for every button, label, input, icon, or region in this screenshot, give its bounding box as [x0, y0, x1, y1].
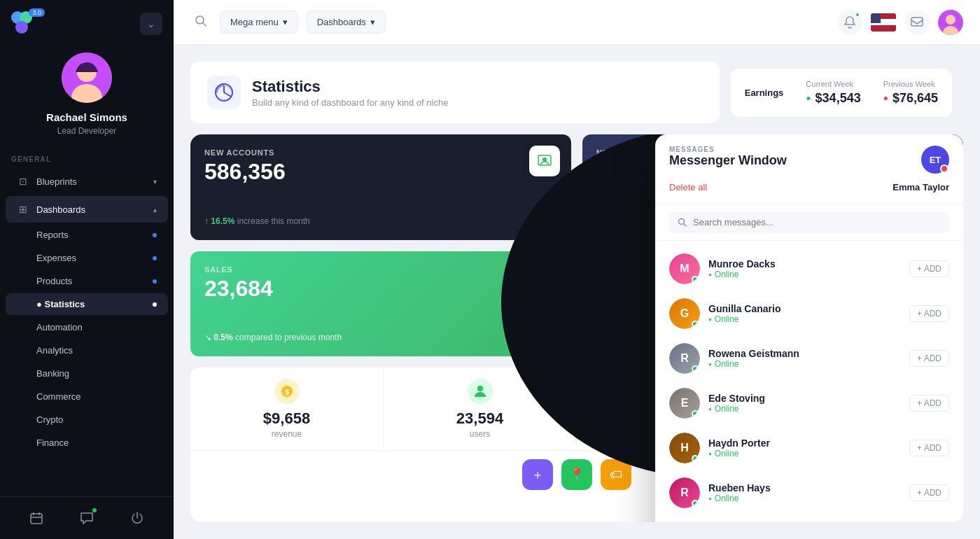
contact-info: Rueben Hays Online	[708, 482, 901, 503]
page-header-icon	[207, 76, 241, 109]
power-icon-btn[interactable]	[125, 505, 150, 531]
sidebar-item-blueprints[interactable]: ⊡ Blueprints ▾	[6, 168, 168, 195]
chevron-down-icon: ▾	[153, 178, 157, 186]
contact-ede-stoving[interactable]: E Ede Stoving Online + ADD	[655, 381, 963, 426]
add-contact-button[interactable]: + ADD	[909, 305, 949, 322]
contact-munroe-dacks[interactable]: M Munroe Dacks Online + ADD	[655, 246, 963, 291]
topbar: Mega menu ▾ Dashboards ▾	[174, 0, 980, 45]
messenger-title-area: MESSAGES Messenger Window	[669, 146, 787, 168]
add-contact-button[interactable]: + ADD	[909, 260, 949, 277]
dashboards-chevron-icon: ▾	[370, 17, 375, 27]
mega-menu-button[interactable]: Mega menu ▾	[220, 10, 298, 34]
new-accounts-change: ↑ 16.5% increase this month	[204, 216, 557, 226]
stat-revenue: $ $9,658 revenue	[190, 368, 384, 450]
stat-top: SALES 23,684	[204, 265, 557, 301]
sidebar-item-expenses[interactable]: Expenses	[6, 247, 168, 269]
svg-rect-3	[31, 514, 42, 524]
online-indicator	[692, 365, 699, 372]
language-flag[interactable]	[871, 13, 896, 31]
user-avatar-topbar[interactable]	[938, 10, 963, 35]
mega-menu-chevron-icon: ▾	[283, 17, 288, 27]
stat-card-new-accounts: NEW ACCOUNTS 586,356 ↑ 16.5% increase th…	[190, 134, 571, 240]
messenger-top: MESSAGES Messenger Window ET	[655, 134, 963, 174]
avatar-image	[62, 52, 112, 103]
add-contact-button[interactable]: + ADD	[909, 350, 949, 367]
add-action-button[interactable]: ＋	[522, 459, 553, 490]
down-arrow-icon: ↓	[596, 216, 603, 226]
contact-avatar: H	[669, 433, 700, 463]
delete-all-button[interactable]: Delete all	[669, 179, 707, 195]
online-indicator	[692, 276, 699, 283]
avatar	[62, 52, 112, 103]
earnings-current-week: Current Week ● $34,543	[806, 80, 860, 106]
sidebar-item-dashboards[interactable]: ⊞ Dashboards ▴	[6, 196, 168, 223]
sidebar-item-products[interactable]: Products	[6, 270, 168, 292]
sidebar-item-commerce[interactable]: Commerce	[6, 386, 168, 407]
sidebar-toggle-button[interactable]: ⌄	[140, 13, 162, 35]
contact-rueben-hays[interactable]: R Rueben Hays Online + ADD	[655, 470, 963, 515]
sidebar-bottom	[0, 496, 174, 539]
add-contact-button[interactable]: + ADD	[909, 440, 949, 456]
calendar-icon	[29, 511, 43, 525]
notifications-button[interactable]	[837, 10, 862, 35]
person-icon	[473, 384, 487, 398]
previous-week-value: ● $76,645	[883, 91, 938, 106]
svg-point-10	[946, 15, 955, 24]
tag-action-button[interactable]: 🏷	[601, 459, 631, 490]
contact-name: Munroe Dacks	[708, 258, 901, 270]
contact-avatar: R	[669, 343, 700, 374]
dashboards-button[interactable]: Dashboards ▾	[307, 10, 386, 34]
notification-dot	[855, 12, 860, 18]
sidebar-item-left: ⊡ Blueprints	[17, 175, 77, 188]
content-area: Statistics Build any kind of dashboard f…	[174, 45, 980, 539]
stat-users: 23,594 users	[384, 368, 577, 450]
contact-gunilla-canario[interactable]: G Gunilla Canario Online + ADD	[655, 291, 963, 336]
sidebar-item-statistics[interactable]: ● Statistics	[6, 293, 168, 315]
plus-icon: ＋	[531, 466, 544, 483]
blueprints-label: Blueprints	[36, 176, 77, 187]
svg-point-26	[679, 218, 685, 224]
users-icon	[468, 379, 493, 404]
search-button[interactable]	[190, 10, 211, 34]
sidebar-item-analytics[interactable]: Analytics	[6, 340, 168, 361]
online-indicator	[692, 410, 699, 417]
messenger-title: Messenger Window	[669, 153, 787, 168]
contact-rowena-geistmann[interactable]: R Rowena Geistmann Online + ADD	[655, 336, 963, 381]
contact-status: Online	[708, 314, 901, 324]
page-header-card: Statistics Build any kind of dashboard f…	[190, 62, 720, 123]
contact-haydn-porter[interactable]: H Haydn Porter Online + ADD	[655, 426, 963, 470]
reports-dot	[153, 233, 157, 237]
sidebar-item-reports[interactable]: Reports	[6, 224, 168, 246]
finance-label: Finance	[36, 438, 69, 448]
location-action-button[interactable]: 📍	[561, 459, 592, 490]
emma-taylor-label: Emma Taylor	[892, 182, 949, 192]
sidebar-item-right: ▾	[153, 178, 157, 186]
sidebar-item-automation[interactable]: Automation	[6, 316, 168, 338]
dollar-icon: $	[280, 384, 294, 398]
products-dot	[153, 279, 157, 284]
search-icon	[195, 15, 207, 27]
new-accounts-label: NEW ACCOUNTS	[204, 148, 557, 157]
stat-card-sales-green: SALES 23,684 ↘ 0.5% compared to previous…	[190, 251, 571, 357]
previous-week-period: Previous Week	[883, 80, 935, 88]
chevron-icon: ⌄	[147, 18, 155, 29]
messages-icon-btn[interactable]	[904, 10, 930, 35]
contact-status: Online	[708, 449, 901, 458]
header-section: Statistics Build any kind of dashboard f…	[190, 62, 963, 123]
expenses-dot	[153, 256, 157, 260]
add-contact-button[interactable]: + ADD	[909, 395, 949, 412]
sidebar-item-banking[interactable]: Banking	[6, 363, 168, 384]
sidebar: 3.0 ⌄ Rachael Simons Lead Developer GENE…	[0, 0, 174, 539]
et-initials: ET	[930, 155, 941, 165]
chat-icon-btn[interactable]	[74, 505, 99, 531]
earnings-card: Earnings Current Week ● $34,543 Previous…	[731, 69, 952, 117]
add-contact-button[interactable]: + ADD	[909, 484, 949, 501]
sidebar-item-crypto[interactable]: Crypto	[6, 409, 168, 430]
search-messages-input[interactable]	[693, 217, 941, 227]
sidebar-item-finance[interactable]: Finance	[6, 432, 168, 454]
contact-status: Online	[708, 359, 901, 369]
online-indicator	[692, 455, 699, 462]
contact-list: M Munroe Dacks Online + ADD G	[655, 241, 963, 522]
calendar-icon-btn[interactable]	[24, 505, 49, 531]
earnings-previous-week: Previous Week ● $76,645	[883, 80, 938, 106]
